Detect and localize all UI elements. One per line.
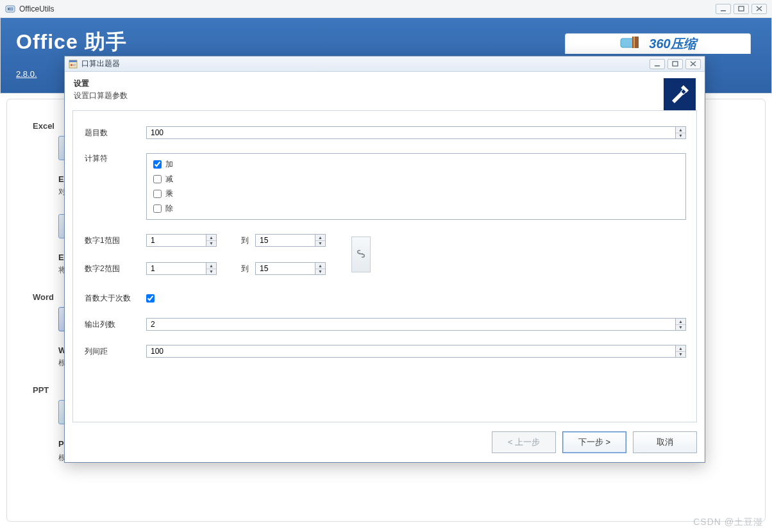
app-icon <box>5 4 15 14</box>
link-icon <box>356 249 366 261</box>
dialog-window: 口算出题器 设置 设置口算题参数 <box>64 56 705 463</box>
svg-rect-5 <box>632 37 639 48</box>
op-div-checkbox[interactable]: 除 <box>153 203 679 214</box>
range1-from-stepper[interactable]: ▲▼ <box>146 234 217 247</box>
label-first-gt: 首数大于次数 <box>85 293 146 304</box>
spin-up-icon[interactable]: ▲ <box>676 345 685 352</box>
range1-from-input[interactable] <box>147 235 206 246</box>
next-button[interactable]: 下一步 > <box>562 431 626 453</box>
op-sub-checkbox[interactable]: 减 <box>153 174 679 185</box>
label-count: 题目数 <box>85 128 146 138</box>
label-operators: 计算符 <box>85 153 146 164</box>
range2-from-stepper[interactable]: ▲▼ <box>146 262 217 275</box>
op-sub-label: 减 <box>165 174 173 185</box>
first-gt-checkbox[interactable] <box>146 294 155 303</box>
op-add-checkbox[interactable]: 加 <box>153 159 679 170</box>
cols-input[interactable] <box>147 319 675 330</box>
parent-maximize-button[interactable] <box>734 4 749 14</box>
svg-rect-11 <box>73 65 76 66</box>
dialog-maximize-button[interactable] <box>667 59 683 69</box>
svg-rect-1 <box>10 8 13 10</box>
label-cols: 输出列数 <box>85 319 146 330</box>
operators-group: 加 减 乘 除 <box>146 153 686 220</box>
spin-down-icon[interactable]: ▼ <box>676 325 685 331</box>
op-mul-label: 乘 <box>165 188 173 199</box>
spin-up-icon[interactable]: ▲ <box>315 263 325 269</box>
op-mul-checkbox[interactable]: 乘 <box>153 188 679 199</box>
range2-from-input[interactable] <box>147 263 206 274</box>
spin-down-icon[interactable]: ▼ <box>206 241 216 247</box>
parent-minimize-button[interactable] <box>716 4 731 14</box>
spin-up-icon[interactable]: ▲ <box>315 235 325 241</box>
svg-rect-2 <box>721 10 726 12</box>
gap-stepper[interactable]: ▲▼ <box>146 345 686 358</box>
svg-rect-15 <box>359 253 363 254</box>
range2-to-input[interactable] <box>256 263 315 274</box>
op-div-label: 除 <box>165 203 173 214</box>
parent-title: OfficeUtils <box>19 0 54 18</box>
spin-down-icon[interactable]: ▼ <box>676 133 685 139</box>
cols-stepper[interactable]: ▲▼ <box>146 318 686 331</box>
spin-up-icon[interactable]: ▲ <box>676 319 685 325</box>
spin-up-icon[interactable]: ▲ <box>206 263 216 269</box>
parent-titlebar: OfficeUtils <box>0 0 772 18</box>
parent-close-button[interactable] <box>751 4 767 14</box>
gap-input[interactable] <box>147 345 675 357</box>
wizard-step-title: 设置 <box>74 78 128 89</box>
op-add-label: 加 <box>165 159 173 170</box>
dialog-titlebar[interactable]: 口算出题器 <box>65 56 705 72</box>
label-range1: 数字1范围 <box>85 235 146 246</box>
version-link[interactable]: 2.8.0. <box>16 69 37 79</box>
label-to: 到 <box>217 263 255 274</box>
svg-rect-6 <box>634 37 635 48</box>
dialog-title: 口算出题器 <box>81 58 120 69</box>
svg-rect-13 <box>673 62 678 66</box>
svg-rect-12 <box>655 65 660 67</box>
label-gap: 列间距 <box>85 346 146 357</box>
spin-down-icon[interactable]: ▼ <box>206 269 216 275</box>
label-to: 到 <box>217 235 255 246</box>
archive-icon <box>619 35 642 53</box>
hammer-icon <box>664 78 696 110</box>
spin-up-icon[interactable]: ▲ <box>206 235 216 241</box>
link-ranges-button[interactable] <box>351 237 371 272</box>
dialog-close-button[interactable] <box>685 59 701 69</box>
wizard-step-subtitle: 设置口算题参数 <box>74 90 128 101</box>
cancel-button[interactable]: 取消 <box>633 431 697 453</box>
svg-rect-10 <box>73 64 76 65</box>
spin-down-icon[interactable]: ▼ <box>676 352 685 358</box>
spin-up-icon[interactable]: ▲ <box>676 127 685 133</box>
dialog-minimize-button[interactable] <box>650 59 665 69</box>
ad-text: 360压缩 <box>649 35 696 53</box>
back-button: < 上一步 <box>492 431 556 453</box>
count-input[interactable] <box>147 127 675 138</box>
range2-to-stepper[interactable]: ▲▼ <box>255 262 326 275</box>
form-icon <box>69 60 78 69</box>
label-range2: 数字2范围 <box>85 263 146 274</box>
range1-to-input[interactable] <box>256 235 315 246</box>
spin-down-icon[interactable]: ▼ <box>315 241 325 247</box>
range1-to-stepper[interactable]: ▲▼ <box>255 234 326 247</box>
svg-rect-8 <box>69 60 77 62</box>
banner-ad[interactable]: 360压缩 <box>565 33 751 54</box>
dialog-footer: < 上一步 下一步 > 取消 <box>72 431 697 453</box>
count-stepper[interactable]: ▲▼ <box>146 126 686 139</box>
spin-down-icon[interactable]: ▼ <box>315 269 325 275</box>
svg-rect-9 <box>71 64 72 66</box>
dialog-body: 题目数 ▲▼ 计算符 加 减 乘 <box>72 110 697 422</box>
svg-rect-3 <box>739 6 744 11</box>
